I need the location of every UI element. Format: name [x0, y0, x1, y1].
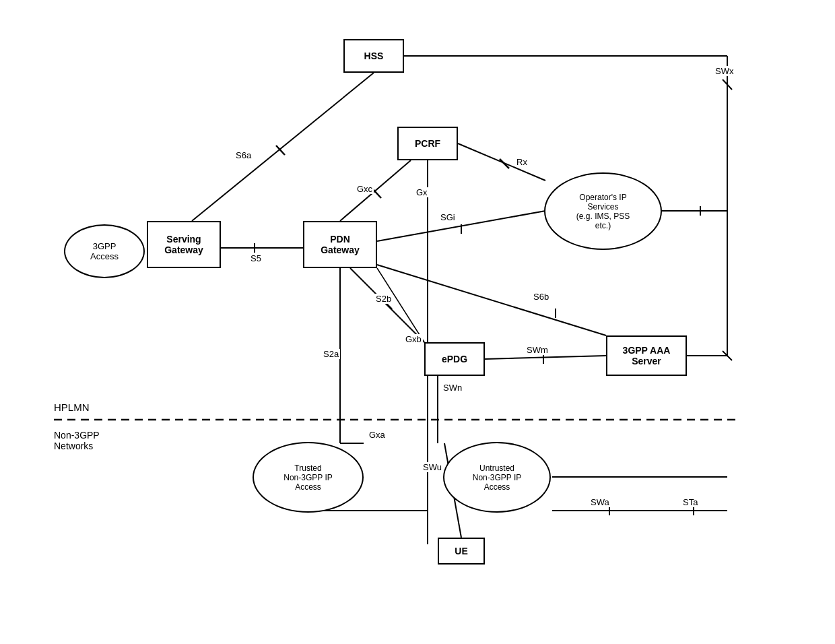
svg-line-5 — [340, 160, 411, 221]
swa-label: SWa — [589, 497, 611, 507]
ue-node: UE — [438, 538, 485, 565]
non3gpp-label: Non-3GPPNetworks — [54, 430, 100, 451]
rx-label: Rx — [515, 157, 529, 167]
epdg-node: ePDG — [424, 342, 485, 376]
s6a-label: S6a — [234, 150, 253, 160]
svg-line-3 — [192, 73, 374, 221]
swn-label: SWn — [442, 383, 463, 393]
hplmn-label: HPLMN — [54, 401, 90, 413]
svg-line-21 — [377, 268, 424, 342]
sgi-label: SGi — [439, 212, 457, 222]
untrusted-access-node: UntrustedNon-3GPP IPAccess — [443, 442, 551, 513]
s5-label: S5 — [249, 253, 263, 263]
s6b-label: S6b — [532, 292, 550, 302]
pcrf-node: PCRF — [397, 127, 458, 160]
serving-gateway-node: ServingGateway — [147, 221, 221, 268]
swx-label: SWx — [714, 66, 735, 76]
gxc-label: Gxc — [356, 184, 374, 194]
svg-line-17 — [485, 356, 606, 359]
sta-label: STa — [681, 497, 699, 507]
swm-label: SWm — [525, 345, 549, 355]
gxa-label: Gxa — [368, 430, 387, 440]
gxb-label: Gxb — [404, 334, 423, 344]
aaa-server-node: 3GPP AAAServer — [606, 335, 687, 376]
s2b-label: S2b — [374, 294, 393, 304]
svg-line-9 — [500, 159, 509, 168]
svg-line-19 — [377, 265, 606, 335]
trusted-access-node: TrustedNon-3GPP IPAccess — [253, 442, 364, 513]
pdn-gateway-node: PDNGateway — [303, 221, 377, 268]
swu-label: SWu — [422, 462, 443, 472]
gx-label: Gx — [415, 187, 429, 197]
hss-node: HSS — [343, 39, 404, 73]
operators-ip-node: Operator's IPServices(e.g. IMS, PSSetc.) — [544, 172, 662, 250]
s2a-label: S2a — [322, 349, 340, 359]
diagram-container: HSS PCRF ServingGateway PDNGateway ePDG … — [47, 26, 788, 618]
3gpp-access-node: 3GPPAccess — [64, 224, 145, 278]
